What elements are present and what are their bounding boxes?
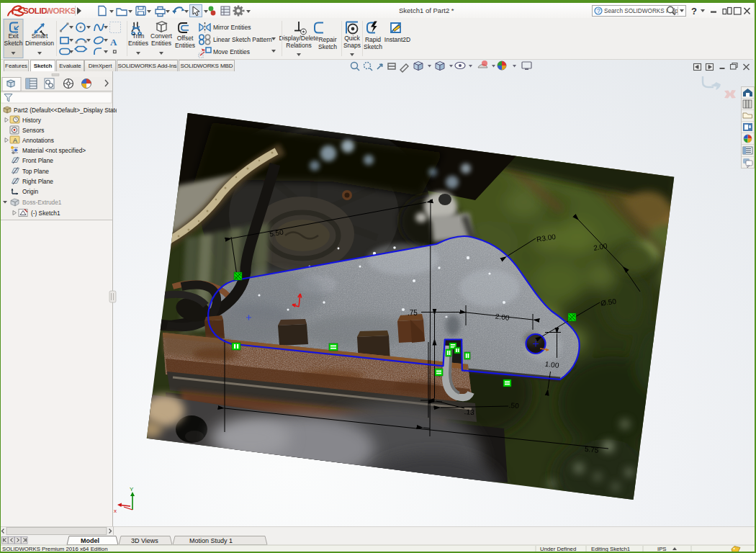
svg-text:Display/Delete: Display/Delete: [279, 35, 319, 42]
svg-text:Entities: Entities: [151, 40, 171, 47]
svg-text:Sketch: Sketch: [364, 43, 382, 50]
svg-text:Trim: Trim: [132, 32, 145, 40]
svg-text:Sensors: Sensors: [22, 127, 44, 134]
svg-text:Model: Model: [81, 537, 99, 544]
svg-text:A: A: [110, 37, 117, 48]
svg-text:(-) Sketch1: (-) Sketch1: [31, 210, 60, 217]
svg-text:Top Plane: Top Plane: [22, 168, 49, 175]
svg-text:Sketch: Sketch: [318, 43, 337, 50]
svg-text:Part2 (Default<<Default>_Disp: Part2 (Default<<Default>_Display State: [14, 107, 117, 114]
svg-text:Entities: Entities: [175, 42, 195, 49]
svg-text:Boss-Extrude1: Boss-Extrude1: [22, 199, 62, 206]
svg-text:Snaps: Snaps: [343, 42, 361, 49]
svg-text:Quick: Quick: [344, 35, 360, 42]
svg-text:Front Plane: Front Plane: [22, 157, 53, 164]
svg-text:?: ?: [691, 6, 697, 17]
svg-text:Offset: Offset: [177, 35, 194, 42]
svg-text:Right Plane: Right Plane: [22, 178, 53, 185]
svg-text:History: History: [22, 117, 42, 124]
svg-text:Sketch1 of Part2 *: Sketch1 of Part2 *: [399, 6, 454, 14]
svg-text:.75: .75: [408, 309, 418, 317]
svg-text:Move Entities: Move Entities: [213, 48, 250, 55]
svg-text:WORKS: WORKS: [45, 6, 76, 15]
svg-text:Repair: Repair: [318, 36, 336, 43]
svg-text:Instant2D: Instant2D: [384, 36, 410, 43]
svg-text:Material <not specified>: Material <not specified>: [22, 147, 86, 154]
svg-text:Origin: Origin: [22, 188, 39, 195]
svg-text:Y: Y: [130, 486, 134, 493]
svg-text:SOLID: SOLID: [23, 6, 47, 15]
svg-text:Dimension: Dimension: [25, 40, 54, 47]
svg-text:Motion Study 1: Motion Study 1: [189, 537, 233, 544]
svg-text:Linear Sketch Pattern: Linear Sketch Pattern: [213, 36, 272, 43]
svg-text:Sketch: Sketch: [4, 40, 23, 47]
svg-text:3D Views: 3D Views: [131, 537, 158, 544]
svg-text:.13: .13: [464, 408, 474, 416]
svg-text:Exit: Exit: [8, 32, 19, 40]
svg-text:Annotations: Annotations: [22, 137, 54, 144]
svg-text:Relations: Relations: [286, 42, 311, 49]
svg-text:Mirror Entities: Mirror Entities: [213, 24, 251, 31]
svg-text:?: ?: [597, 7, 600, 14]
svg-text:Smart: Smart: [32, 32, 48, 40]
svg-text:Rapid: Rapid: [365, 36, 381, 43]
svg-text:.50: .50: [508, 401, 519, 410]
svg-text:Convert: Convert: [150, 32, 172, 40]
svg-text:5.75: 5.75: [584, 445, 599, 454]
svg-text:A: A: [13, 137, 17, 144]
svg-text:Entities: Entities: [128, 40, 148, 47]
